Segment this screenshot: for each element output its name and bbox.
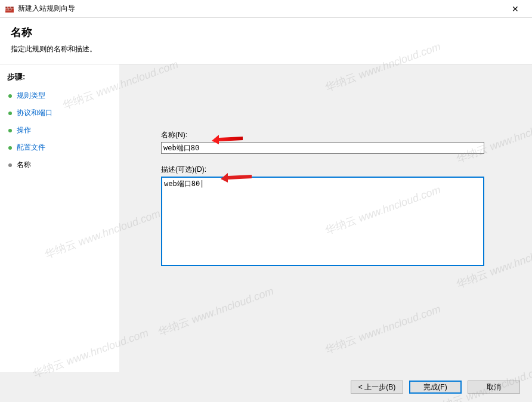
sidebar-item-label: 操作 — [17, 125, 31, 135]
desc-label: 描述(可选)(D): — [161, 165, 496, 175]
name-input[interactable] — [161, 142, 484, 154]
svg-rect-2 — [8, 7, 11, 8]
svg-rect-4 — [5, 8, 8, 10]
sidebar-item-label: 名称 — [17, 160, 31, 170]
wizard-content: 步骤: 规则类型 协议和端口 操作 配置文件 名称 名称(N): — [0, 64, 532, 377]
sidebar-item-label: 协议和端口 — [17, 108, 52, 118]
wizard-main: 名称(N): 描述(可选)(D): — [119, 64, 532, 377]
svg-rect-5 — [8, 8, 11, 10]
sidebar-item-profile[interactable]: 配置文件 — [0, 139, 119, 156]
sidebar-item-rule-type[interactable]: 规则类型 — [0, 87, 119, 104]
steps-sidebar: 步骤: 规则类型 协议和端口 操作 配置文件 名称 — [0, 64, 119, 377]
wizard-footer: < 上一步(B) 完成(F) 取消 — [0, 372, 532, 402]
svg-rect-3 — [11, 7, 14, 8]
desc-field-group: 描述(可选)(D): — [161, 165, 496, 268]
bullet-icon — [8, 146, 12, 150]
sidebar-item-name[interactable]: 名称 — [0, 156, 119, 174]
name-label: 名称(N): — [161, 130, 496, 140]
bullet-icon — [8, 112, 12, 115]
page-subtitle: 指定此规则的名称和描述。 — [11, 44, 521, 54]
close-icon: ✕ — [512, 4, 519, 14]
bullet-icon — [8, 129, 12, 132]
sidebar-item-label: 规则类型 — [17, 91, 45, 101]
svg-rect-1 — [5, 7, 8, 8]
titlebar: 新建入站规则向导 ✕ — [0, 0, 532, 18]
name-field-group: 名称(N): — [161, 130, 496, 154]
bullet-icon — [8, 163, 12, 167]
desc-textarea[interactable] — [161, 177, 484, 266]
close-button[interactable]: ✕ — [503, 1, 527, 17]
sidebar-item-action[interactable]: 操作 — [0, 122, 119, 139]
bullet-icon — [8, 94, 12, 98]
sidebar-item-protocol-port[interactable]: 协议和端口 — [0, 104, 119, 122]
steps-heading: 步骤: — [0, 69, 119, 87]
wizard-header: 名称 指定此规则的名称和描述。 — [0, 18, 532, 64]
firewall-icon — [5, 4, 14, 14]
cancel-button[interactable]: 取消 — [468, 381, 520, 394]
back-button[interactable]: < 上一步(B) — [351, 381, 403, 394]
sidebar-item-label: 配置文件 — [17, 143, 45, 153]
window-title: 新建入站规则向导 — [18, 4, 503, 14]
finish-button[interactable]: 完成(F) — [409, 381, 462, 394]
page-title: 名称 — [11, 25, 521, 39]
